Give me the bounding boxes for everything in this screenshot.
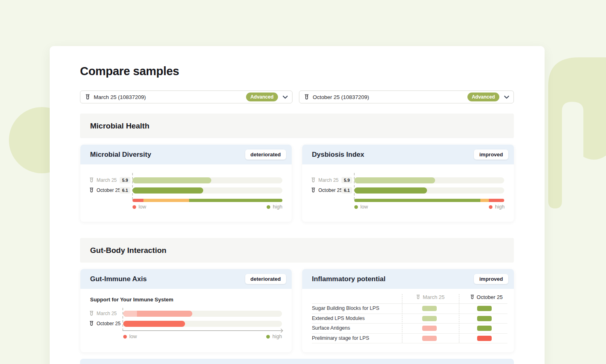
scale-segment [480,199,488,202]
legend-low: low [354,204,368,210]
test-tube-icon [89,187,94,193]
table-header-row: March 25 October 25 [312,293,507,304]
section-header-gut-body: Gut-Body Interaction [80,238,514,263]
value-badge: 5.9 [341,177,352,183]
bar-track [133,187,282,194]
chevron-down-icon[interactable] [504,95,509,99]
card-title: Microbial Diversity [90,151,151,159]
bar-row: March 25 [80,310,292,317]
bar-track [133,177,282,183]
table-row: Extended LPS Modules [312,314,507,324]
row-label: Surface Antigens [312,325,350,331]
bar-row: March 25 5.9 [80,177,292,184]
legend-dot [133,205,136,209]
table-row: Preliminary stage for LPS [312,333,507,344]
legend-dot [266,335,270,339]
section-title: Gut-Body Interaction [90,246,166,255]
bar-label: October 25 [318,187,342,193]
value-badge: 6.1 [341,187,352,194]
level-pill-march [422,336,437,341]
card-microbial-diversity: Microbial Diversity deteriorated March 2… [80,145,292,222]
bar-label: March 25 [97,177,117,183]
bar-row: October 25 6.1 [80,187,292,194]
test-tube-icon [89,177,94,183]
axis-arrow-icon [279,328,283,332]
level-pill-october [477,326,492,331]
sample-selector-right[interactable]: October 25 (10837209) Advanced [299,90,514,103]
status-badge: deteriorated [245,274,286,284]
section-header-microbial-health: Microbial Health [80,114,514,138]
legend-label: high [273,204,282,210]
value-badge: 5.9 [120,177,130,183]
card-gut-immune-axis: Gut-Immune Axis deteriorated Support for… [80,269,292,352]
card-header: Dysbiosis Index improved [302,145,514,164]
legend-dot [354,205,358,209]
card-dysbiosis-index: Dysbiosis Index improved March 25 5.9 Oc… [302,145,514,222]
status-badge: improved [474,149,508,160]
column-label: March 25 [423,294,444,300]
chart-subtitle: Support for Your Immune System [90,297,173,303]
bar-track [354,177,504,183]
legend-label: high [495,204,505,210]
bar-track [123,321,282,327]
bar-fill [123,321,185,327]
selected-sample-label: March 25 (10837209) [94,94,146,100]
row-label: Extended LPS Modules [312,316,365,321]
bar-track [354,187,504,194]
test-tube-icon [470,295,474,300]
chevron-down-icon[interactable] [282,95,288,99]
status-badge: improved [474,274,508,284]
test-tube-icon [311,187,316,193]
bar-label: March 25 [97,311,117,316]
test-tube-icon [311,177,316,183]
scale-bar [354,199,504,202]
selected-sample-label: October 25 (10837209) [313,94,369,100]
legend-high: high [267,204,282,210]
card-inflammatory-potential: Inflammatory potential improved March 25… [302,269,514,352]
legend-label: high [272,334,282,339]
legend-label: low [129,334,137,339]
bar-track [123,311,282,317]
legend-dot [489,205,492,209]
test-tube-icon [304,94,309,100]
table-column-header-march: March 25 [402,294,459,300]
bar-row: October 25 [80,320,292,327]
level-pill-march [422,326,437,331]
legend-low: low [133,204,146,210]
section-title: Microbial Health [90,122,149,130]
level-pill-march [422,306,437,311]
app-viewport: Compare samples March 25 (10837209) Adva… [0,0,606,364]
test-tube-icon [85,94,90,100]
bar-fill [133,187,203,194]
legend-dot [267,205,270,209]
bar-fill [354,187,427,194]
card-header: Gut-Immune Axis deteriorated [80,269,292,289]
bar-fill [133,177,211,183]
bar-fill [123,311,192,317]
table-column-header-october: October 25 [459,294,514,300]
level-pill-october [477,336,492,341]
column-label: October 25 [477,294,503,300]
sample-selector-left[interactable]: March 25 (10837209) Advanced [80,90,292,103]
card-header: Inflammatory potential improved [302,269,514,289]
bar-label: October 25 [97,321,120,326]
scale-segment [489,199,504,202]
level-pill-march [422,316,437,321]
scale-segment [354,199,480,202]
card-title: Gut-Immune Axis [90,275,147,283]
value-badge: 6.1 [120,187,130,194]
row-label: Preliminary stage for LPS [312,335,369,341]
card-header: Microbial Diversity deteriorated [80,145,292,164]
test-tube-icon [89,311,94,316]
level-pill-october [477,316,492,321]
table-row: Sugar Building Blocks for LPS [312,303,507,314]
table-row: Surface Antigens [312,323,507,334]
scale-segment [189,199,282,202]
test-tube-icon [89,321,94,326]
next-card-header-cutoff [80,359,514,364]
legend-label: low [139,204,146,210]
status-badge: deteriorated [245,149,286,160]
bar-label: October 25 [97,187,120,193]
bar-label: March 25 [318,177,339,183]
card-title: Dysbiosis Index [312,151,364,159]
